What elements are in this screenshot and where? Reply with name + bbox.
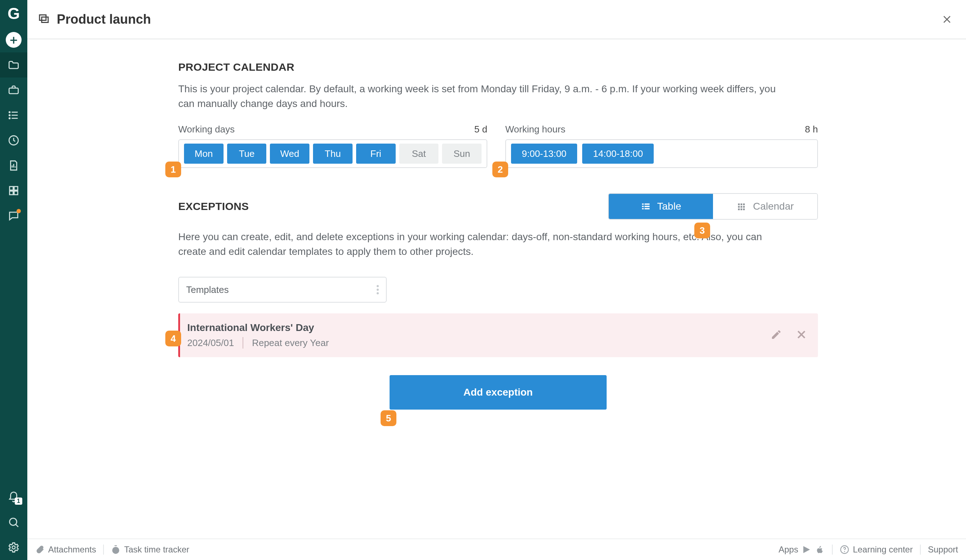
day-toggle-tue[interactable]: Tue	[227, 144, 267, 164]
working-hours-summary: 8 h	[805, 124, 818, 135]
sidebar-item-comments[interactable]	[0, 203, 27, 228]
calendar-description: This is your project calendar. By defaul…	[178, 82, 789, 111]
sidebar-item-projects[interactable]	[0, 52, 27, 77]
day-toggle-mon[interactable]: Mon	[184, 144, 223, 164]
svg-point-6	[9, 118, 10, 119]
svg-rect-22	[644, 206, 649, 207]
sidebar-item-portfolios[interactable]	[0, 77, 27, 103]
exception-item[interactable]: International Workers' Day 2024/05/01 Re…	[178, 313, 818, 357]
apple-icon	[815, 545, 825, 554]
divider	[920, 545, 921, 555]
app-logo[interactable]: G	[0, 0, 27, 27]
list-icon	[8, 109, 20, 121]
svg-rect-24	[644, 208, 649, 210]
day-toggle-thu[interactable]: Thu	[313, 144, 353, 164]
working-days-block: Working days 5 d Mon Tue Wed Thu Fri Sat…	[178, 124, 487, 168]
sidebar-item-reports[interactable]	[0, 153, 27, 178]
add-exception-button[interactable]: Add exception	[389, 375, 606, 409]
pencil-icon	[770, 329, 782, 340]
exception-title: International Workers' Day	[187, 322, 770, 334]
day-toggle-fri[interactable]: Fri	[356, 144, 396, 164]
svg-point-5	[9, 115, 10, 116]
exception-edit-button[interactable]	[770, 329, 782, 342]
sidebar-item-dashboards[interactable]	[0, 178, 27, 203]
footer-learning-center-label: Learning center	[853, 545, 913, 555]
svg-rect-33	[743, 209, 745, 210]
day-toggle-wed[interactable]: Wed	[270, 144, 309, 164]
svg-rect-8	[10, 187, 13, 190]
hours-chip-1[interactable]: 9:00-13:00	[511, 144, 577, 164]
exception-date: 2024/05/01	[187, 337, 234, 349]
footer-apps[interactable]: Apps	[779, 545, 825, 555]
clock-icon	[8, 134, 20, 146]
templates-dropdown[interactable]: Templates	[178, 277, 387, 303]
close-button[interactable]	[938, 10, 956, 28]
footer-support[interactable]: Support	[928, 545, 958, 555]
svg-rect-28	[738, 206, 740, 208]
report-icon	[8, 159, 20, 172]
main-column: Product launch PROJECT CALENDAR This is …	[27, 0, 966, 560]
play-store-icon	[802, 545, 811, 554]
footer-bar: Attachments Task time tracker Apps Learn…	[27, 539, 966, 560]
svg-rect-20	[644, 203, 649, 205]
sidebar-item-notifications[interactable]: 1	[0, 485, 27, 510]
content-area: PROJECT CALENDAR This is your project ca…	[27, 39, 966, 539]
table-icon	[641, 201, 651, 211]
folder-icon	[8, 59, 20, 71]
working-hours-label: Working hours	[505, 124, 565, 135]
svg-rect-11	[14, 191, 18, 195]
working-hours-selector[interactable]: 9:00-13:00 14:00-18:00	[505, 139, 818, 168]
day-toggle-sat[interactable]: Sat	[399, 144, 439, 164]
briefcase-icon	[8, 84, 20, 96]
divider	[103, 545, 104, 555]
grid-icon	[8, 185, 20, 197]
close-icon	[941, 14, 952, 25]
notification-dot-icon	[16, 209, 21, 213]
svg-rect-26	[741, 203, 743, 205]
footer-attachments-label: Attachments	[48, 545, 96, 555]
footer-support-label: Support	[928, 545, 958, 555]
working-hours-block: Working hours 8 h 9:00-13:00 14:00-18:00…	[505, 124, 818, 168]
svg-rect-31	[738, 209, 740, 210]
sidebar-add-button[interactable]: ＋	[0, 27, 27, 52]
day-toggle-sun[interactable]: Sun	[442, 144, 481, 164]
page-title: Product launch	[57, 12, 151, 27]
working-days-summary: 5 d	[475, 124, 487, 135]
exception-delete-button[interactable]	[796, 329, 807, 342]
footer-time-tracker[interactable]: Task time tracker	[111, 545, 189, 555]
divider	[832, 545, 833, 555]
sidebar-item-search[interactable]	[0, 510, 27, 535]
annotation-marker-3: 3	[694, 223, 710, 238]
svg-point-12	[10, 518, 17, 526]
help-icon	[840, 545, 849, 554]
svg-rect-21	[642, 206, 644, 207]
svg-line-13	[16, 524, 18, 527]
view-toggle-calendar[interactable]: Calendar	[713, 194, 817, 219]
calendar-grid-icon	[736, 201, 746, 211]
app-root: G ＋ 1	[0, 0, 966, 560]
sidebar-item-settings[interactable]	[0, 535, 27, 560]
plus-icon: ＋	[6, 32, 21, 48]
annotation-marker-4: 4	[165, 331, 181, 346]
view-toggle-table-label: Table	[657, 201, 682, 212]
hours-chip-2[interactable]: 14:00-18:00	[582, 144, 654, 164]
annotation-marker-5: 5	[381, 410, 396, 426]
svg-rect-19	[642, 203, 644, 205]
notification-count-badge: 1	[15, 498, 22, 505]
close-icon	[796, 329, 807, 340]
working-days-selector: Mon Tue Wed Thu Fri Sat Sun	[178, 139, 487, 168]
working-days-label: Working days	[178, 124, 235, 135]
sidebar-item-time[interactable]	[0, 128, 27, 153]
svg-point-36	[113, 547, 119, 553]
footer-attachments[interactable]: Attachments	[35, 545, 96, 555]
annotation-marker-1: 1	[165, 162, 181, 177]
footer-learning-center[interactable]: Learning center	[840, 545, 913, 555]
svg-rect-9	[14, 187, 18, 190]
footer-apps-label: Apps	[779, 545, 798, 555]
calendar-section-title: PROJECT CALENDAR	[178, 61, 818, 73]
stopwatch-icon	[111, 545, 120, 554]
view-toggle-table[interactable]: Table	[609, 194, 713, 219]
kebab-icon	[376, 285, 379, 294]
sidebar-item-tasks[interactable]	[0, 103, 27, 128]
header-bar: Product launch	[27, 0, 966, 39]
